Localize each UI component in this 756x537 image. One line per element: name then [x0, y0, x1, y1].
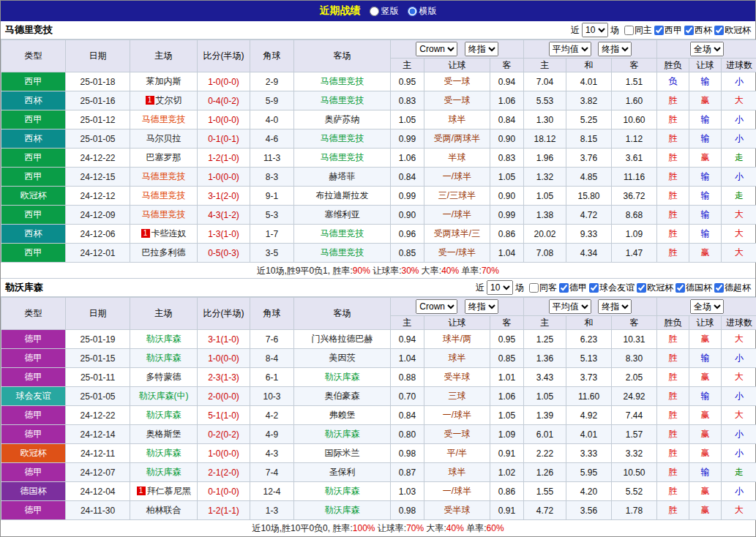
date-cell: 24-12-15: [66, 168, 130, 187]
league-filter[interactable]: 德甲: [559, 282, 587, 294]
league-filter-checkbox[interactable]: [654, 26, 664, 35]
league-filter-checkbox[interactable]: [589, 283, 599, 293]
league-filters: 同主西甲西杯欧冠杯: [624, 24, 751, 37]
league-filter-checkbox[interactable]: [714, 26, 724, 35]
handicap-home-odds-cell: 0.96: [391, 225, 424, 244]
team-label: 马德里竞技: [142, 190, 186, 200]
result-handicap-cell: 输: [689, 168, 722, 187]
league-filter-checkbox[interactable]: [714, 283, 724, 293]
team-badge: 1: [137, 487, 146, 495]
league-cell: 德国杯: [1, 482, 66, 501]
avg-draw-odds-cell: 8.15: [566, 129, 612, 149]
date-cell: 24-12-04: [66, 482, 130, 501]
match-row: 西甲25-01-12马德里竞技1-0(0-0)4-0奥萨苏纳1.05球半0.84…: [1, 110, 756, 129]
handicap-home-odds-cell: 1.05: [391, 110, 424, 129]
layout-option[interactable]: 竖版: [370, 5, 399, 18]
score-cell: 1-2(1-1): [198, 501, 250, 520]
result-wdl-cell: 胜: [657, 149, 689, 168]
league-filter-checkbox[interactable]: [624, 26, 634, 35]
avg-period-select[interactable]: 终指: [598, 42, 632, 56]
subcol-away-odds: 客: [490, 59, 524, 72]
avg-away-odds-cell: 8.30: [612, 349, 657, 368]
odds-header: Crown 终指: [391, 298, 524, 316]
avg-home-odds-cell: 5.53: [524, 91, 566, 110]
team-label: 马德里竞技: [321, 152, 364, 162]
league-filter[interactable]: 球会友谊: [589, 282, 635, 294]
score-cell: 1-0(0-0): [198, 72, 250, 91]
team-section-1: 马德里竞技 近 10 场 同主西甲西杯欧冠杯 类型 日期 主场 比分(半场): [1, 21, 755, 279]
team-label: 圣保利: [329, 467, 356, 477]
handicap-line-cell: 受一球: [424, 425, 490, 444]
league-filter[interactable]: 德国杯: [675, 282, 712, 294]
date-cell: 25-01-18: [66, 72, 130, 91]
corners-cell: 7-4: [250, 463, 294, 482]
league-filter-checkbox[interactable]: [559, 283, 569, 293]
odds-period-select[interactable]: 终指: [465, 299, 498, 314]
away-team-cell: 勒沃库森: [294, 501, 391, 520]
home-team-cell: 马德里竞技: [130, 110, 198, 129]
handicap-home-odds-cell: 0.94: [391, 330, 424, 349]
match-row: 西甲24-12-09马德里竞技4-3(1-2)5-3塞维利亚0.90一/球半0.…: [1, 206, 756, 225]
handicap-line-cell: 三球: [424, 387, 490, 406]
avg-select[interactable]: 平均值: [549, 42, 591, 56]
avg-period-select[interactable]: 终指: [598, 299, 632, 314]
avg-draw-odds-cell: 3.73: [566, 368, 612, 387]
subcol-avg-away: 客: [612, 316, 657, 330]
games-label: 场: [515, 282, 524, 294]
result-handicap-cell: 输: [689, 349, 722, 368]
summary-text: 让球率:: [375, 523, 406, 533]
league-filter[interactable]: 德超杯: [714, 282, 751, 294]
match-row: 西杯25-01-05马尔贝拉0-1(0-1)4-6马德里竞技0.99受两/两球半…: [1, 129, 756, 149]
result-handicap-cell: 赢: [689, 91, 722, 110]
league-filter-checkbox[interactable]: [637, 283, 646, 293]
league-cell: 西甲: [1, 149, 66, 168]
league-filter[interactable]: 同客: [529, 282, 557, 294]
league-filter[interactable]: 欧冠杯: [714, 24, 751, 37]
avg-away-odds-cell: 36.72: [612, 187, 657, 206]
league-filter-checkbox[interactable]: [529, 283, 539, 293]
result-wdl-cell: 胜: [657, 349, 689, 368]
league-filter-label: 德国杯: [686, 282, 712, 294]
summary-value: 40%: [441, 266, 459, 276]
handicap-home-odds-cell: 0.84: [391, 406, 424, 425]
league-filter[interactable]: 同主: [624, 24, 652, 37]
avg-away-odds-cell: 1.47: [612, 244, 657, 263]
col-score: 比分(半场): [198, 298, 250, 330]
match-count-select[interactable]: 10: [582, 23, 608, 37]
result-handicap-cell: 输: [689, 187, 722, 206]
avg-draw-odds-cell: 5.95: [566, 463, 612, 482]
avg-home-odds-cell: 1.30: [524, 110, 566, 129]
date-cell: 24-12-09: [66, 206, 130, 225]
league-filter[interactable]: 欧冠杯: [637, 282, 673, 294]
odds-period-select[interactable]: 终指: [465, 42, 498, 56]
layout-radio[interactable]: [370, 7, 379, 16]
result-goals-cell: 小: [722, 387, 756, 406]
layout-radio[interactable]: [408, 7, 417, 16]
scope-select[interactable]: 全场: [690, 42, 724, 56]
layout-option[interactable]: 横版: [408, 5, 437, 18]
layout-radio-label: 竖版: [381, 5, 399, 18]
league-filter-checkbox[interactable]: [684, 26, 694, 35]
bookmaker-select[interactable]: Crown: [416, 299, 457, 314]
score-cell: 0-1(0-0): [198, 482, 250, 501]
handicap-line-cell: 一/球半: [424, 482, 490, 501]
scope-select[interactable]: 全场: [690, 299, 724, 314]
home-team-cell: 马德里竞技: [130, 206, 198, 225]
panel-title: 近期战绩: [320, 4, 361, 18]
team-badge: 1: [146, 96, 154, 105]
league-filter[interactable]: 西甲: [654, 24, 682, 37]
match-row: 西甲25-01-18莱加内斯1-0(0-0)2-9马德里竞技0.95受一球0.9…: [1, 72, 756, 91]
corners-cell: 2-9: [250, 72, 294, 91]
bookmaker-select[interactable]: Crown: [416, 42, 457, 56]
league-filter-checkbox[interactable]: [675, 283, 685, 293]
match-row: 欧冠杯24-12-12马德里竞技3-1(2-0)9-1布拉迪斯拉发0.99三/三…: [1, 187, 756, 206]
league-filter[interactable]: 西杯: [684, 24, 712, 37]
match-count-select[interactable]: 10: [487, 280, 513, 295]
avg-home-odds-cell: 1.55: [524, 482, 566, 501]
result-wdl-cell: 胜: [657, 206, 689, 225]
col-score: 比分(半场): [198, 40, 250, 72]
away-team-cell: 门兴格拉德巴赫: [294, 330, 391, 349]
handicap-line-cell: 半球: [424, 149, 490, 168]
avg-select[interactable]: 平均值: [549, 299, 591, 314]
summary-text: 让球率:: [370, 266, 402, 276]
